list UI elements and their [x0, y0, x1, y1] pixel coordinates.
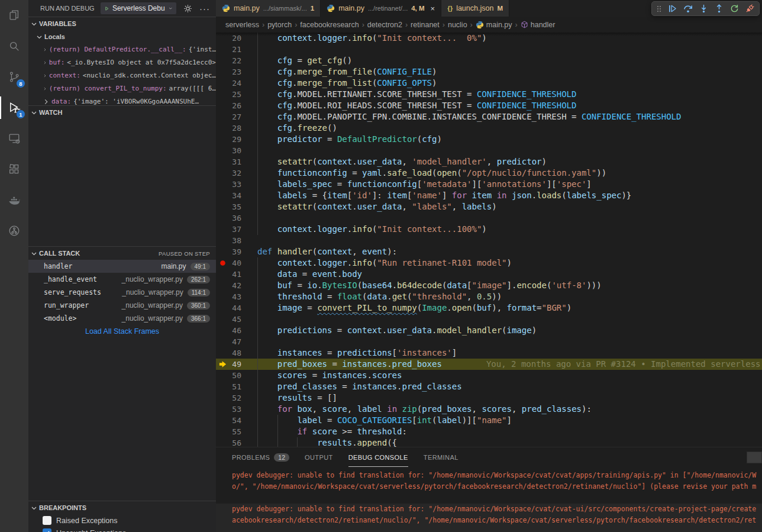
console-filter-input[interactable]: [747, 452, 762, 463]
code-line-38: 38: [216, 235, 762, 246]
restart-icon[interactable]: [730, 4, 739, 13]
indent-guide: [257, 100, 258, 111]
chevron-down-icon: [36, 34, 43, 40]
breakpoints-section-header[interactable]: BREAKPOINTS: [28, 501, 216, 514]
code-text: pred_classes = instances.pred_classes: [216, 381, 462, 392]
breadcrumb-item[interactable]: pytorch: [267, 21, 292, 29]
paused-on-step-status: PAUSED ON STEP: [159, 250, 210, 257]
activity-bar-item-git-graph[interactable]: [0, 215, 28, 246]
breadcrumb-separator: ›: [515, 21, 518, 29]
python-icon: [476, 21, 484, 29]
activity-bar-item-remote-explorer[interactable]: [0, 123, 28, 154]
breakpoint-icon[interactable]: [218, 259, 229, 267]
activity-bar-item-extensions[interactable]: [0, 154, 28, 185]
variables-section-header[interactable]: VARIABLES: [28, 17, 216, 30]
code-text: scores = instances.scores: [216, 370, 402, 381]
line-number: 33: [216, 179, 241, 190]
panel-tab-problems[interactable]: PROBLEMS12: [232, 447, 289, 467]
checkbox[interactable]: [43, 516, 51, 525]
breadcrumb-item[interactable]: facebookresearch: [300, 21, 359, 29]
breakpoint-option[interactable]: Raised Exceptions: [28, 514, 216, 527]
code-line-32: 32 functionconfig = yaml.safe_load(open(…: [216, 167, 762, 179]
more-actions-icon[interactable]: ···: [199, 4, 210, 14]
call-stack-frame[interactable]: <module>_nuclio_wrapper.py366:1: [28, 312, 216, 325]
activity-bar-item-explorer[interactable]: [0, 0, 28, 31]
watch-section: WATCH: [28, 105, 216, 246]
watch-section-header[interactable]: WATCH: [28, 106, 216, 119]
breadcrumb-separator: ›: [362, 21, 364, 29]
step-into-icon[interactable]: [699, 4, 708, 13]
code-line-27: 27 cfg.MODEL.PANOPTIC_FPN.COMBINE.INSTAN…: [216, 111, 762, 122]
line-number: 36: [216, 212, 241, 224]
variables-scope-locals[interactable]: Locals: [28, 30, 216, 43]
indent-guide: [257, 314, 258, 325]
breadcrumb-item[interactable]: nuclio: [448, 21, 467, 29]
code-line-36: 36: [216, 212, 762, 224]
activity-bar-item-source-control[interactable]: 8: [0, 62, 28, 92]
variable-row[interactable]: data: {'image': 'iVBORw0KGgoAAAANSUhE…: [28, 95, 216, 105]
call-stack-section: CALL STACK PAUSED ON STEP handlermain.py…: [28, 246, 216, 501]
code-editor[interactable]: 20 context.logger.info("Init context... …: [216, 33, 762, 447]
tab-bar: main.py.../siammask/...1main.py.../retin…: [216, 0, 762, 17]
call-stack-frame[interactable]: serve_requests_nuclio_wrapper.py114:1: [28, 286, 216, 299]
indent-guide: [257, 145, 258, 156]
activity-bar-item-docker[interactable]: [0, 185, 28, 215]
close-icon[interactable]: ×: [431, 4, 435, 13]
editor-tab-main.py[interactable]: main.py.../siammask/...1: [216, 0, 321, 17]
step-over-icon[interactable]: [683, 4, 693, 14]
line-number: 29: [216, 134, 241, 145]
code-line-22: 22 cfg = get_cfg(): [216, 55, 762, 66]
disconnect-icon[interactable]: [745, 4, 754, 13]
variable-row[interactable]: context: <nuclio_sdk.context.Context obj…: [28, 69, 216, 82]
indent-guide: [257, 55, 258, 66]
variable-row[interactable]: (return) convert_PIL_to_numpy: array([[[…: [28, 82, 216, 95]
panel-tab-output[interactable]: OUTPUT: [305, 447, 333, 467]
debug-toolbar: [651, 1, 760, 16]
breadcrumb-item[interactable]: handler: [521, 21, 556, 29]
code-line-29: 29 predictor = DefaultPredictor(cfg): [216, 134, 762, 145]
call-stack-frame[interactable]: _handle_event_nuclio_wrapper.py262:1: [28, 273, 216, 286]
code-text: cfg.MODEL.RETINANET.SCORE_THRESH_TEST = …: [216, 89, 576, 100]
indent-guide: [257, 212, 258, 224]
code-text: labels = {item['id']: item['name'] for i…: [216, 190, 631, 201]
editor-tab-launch.json[interactable]: {}launch.jsonM: [441, 0, 509, 17]
panel-tab-terminal[interactable]: TERMINAL: [424, 447, 459, 467]
code-line-46: 46 predictions = context.user_data.model…: [216, 325, 762, 336]
line-number: 47: [216, 336, 241, 347]
code-text: def handler(context, event):: [216, 246, 397, 257]
breadcrumb-item[interactable]: serverless: [225, 21, 259, 29]
call-stack-frame[interactable]: run_wrapper_nuclio_wrapper.py360:1: [28, 299, 216, 312]
code-line-26: 26 cfg.MODEL.ROI_HEADS.SCORE_THRESH_TEST…: [216, 100, 762, 111]
launch-config-dropdown[interactable]: Serverless Debu: [101, 2, 177, 14]
activity-bar-item-run-and-debug[interactable]: 1: [0, 92, 28, 123]
breadcrumb-item[interactable]: main.py: [476, 21, 512, 29]
breakpoint-option[interactable]: Uncaught Exceptions: [28, 527, 216, 532]
call-stack-section-header[interactable]: CALL STACK PAUSED ON STEP: [28, 247, 216, 260]
breadcrumb-item[interactable]: detectron2: [367, 21, 402, 29]
indent-guide: [257, 370, 258, 381]
load-all-stack-frames-link[interactable]: Load All Stack Frames: [28, 325, 216, 338]
code-text: cfg.MODEL.PANOPTIC_FPN.COMBINE.INSTANCES…: [216, 111, 681, 122]
docker-icon: [8, 194, 21, 207]
code-line-55: 55 if score >= threshold:: [216, 426, 762, 437]
variable-row[interactable]: (return) DefaultPredictor.__call__: {'in…: [28, 43, 216, 56]
line-number: 43: [216, 291, 241, 302]
line-number: 31: [216, 156, 241, 167]
editor-tab-main.py[interactable]: main.py.../retinanet/...4, M×: [321, 0, 441, 17]
toolbar-gripper[interactable]: [657, 4, 661, 14]
current-frame-arrow-icon[interactable]: [218, 360, 229, 369]
debug-settings-gear-icon[interactable]: [182, 2, 193, 14]
breadcrumb-item[interactable]: retinanet: [411, 21, 440, 29]
code-text: setattr(context.user_data, 'model_handle…: [216, 156, 547, 167]
checkbox[interactable]: [43, 528, 51, 532]
indent-guide: [257, 190, 258, 201]
indent-guide: [257, 347, 258, 359]
panel-tab-debug-console[interactable]: DEBUG CONSOLE: [348, 447, 408, 467]
step-out-icon[interactable]: [715, 4, 724, 13]
continue-icon[interactable]: [668, 4, 677, 13]
variable-row[interactable]: buf: <_io.BytesIO object at 0x7f5a2dc1ec…: [28, 56, 216, 69]
activity-bar-item-search[interactable]: [0, 31, 28, 62]
code-line-41: 41 data = event.body: [216, 269, 762, 280]
call-stack-frame[interactable]: handlermain.py49:1: [28, 260, 216, 273]
line-number: 25: [216, 89, 241, 100]
